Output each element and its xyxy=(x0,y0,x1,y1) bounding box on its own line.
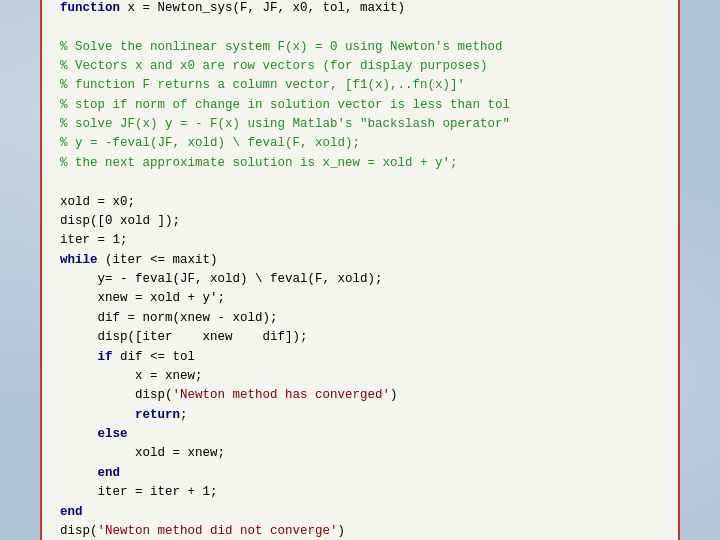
comment-5: % solve JF(x) y = - F(x) using Matlab's … xyxy=(60,117,510,131)
line-xold: xold = x0; xyxy=(60,195,135,209)
line-disp1: disp([0 xold ]); xyxy=(60,214,180,228)
line-iter: iter = 1; xyxy=(60,233,128,247)
comment-7: % the next approximate solution is x_new… xyxy=(60,156,458,170)
line-end-if: end xyxy=(60,466,120,480)
line-end-while: end xyxy=(60,505,83,519)
line-return: return; xyxy=(60,408,188,422)
line-xnew: xnew = xold + y'; xyxy=(60,291,225,305)
code-container: function x = Newton_sys(F, JF, x0, tol, … xyxy=(40,0,680,540)
line-function: function x = Newton_sys(F, JF, x0, tol, … xyxy=(60,1,405,15)
line-if: if dif <= tol xyxy=(60,350,195,364)
comment-3: % function F returns a column vector, [f… xyxy=(60,78,465,92)
line-xold-assign: xold = xnew; xyxy=(60,446,225,460)
line-iter-inc: iter = iter + 1; xyxy=(60,485,218,499)
line-while: while (iter <= maxit) xyxy=(60,253,218,267)
line-disp-converged: disp('Newton method has converged') xyxy=(60,388,398,402)
comment-6: % y = -feval(JF, xold) \ feval(F, xold); xyxy=(60,136,360,150)
line-else: else xyxy=(60,427,128,441)
line-x-assign: x = xnew; xyxy=(60,369,203,383)
line-disp-notconverge: disp('Newton method did not converge') xyxy=(60,524,345,538)
comment-4: % stop if norm of change in solution vec… xyxy=(60,98,510,112)
comment-2: % Vectors x and x0 are row vectors (for … xyxy=(60,59,488,73)
line-disp2: disp([iter xnew dif]); xyxy=(60,330,308,344)
line-dif: dif = norm(xnew - xold); xyxy=(60,311,278,325)
comment-1: % Solve the nonlinear system F(x) = 0 us… xyxy=(60,40,503,54)
line-y: y= - feval(JF, xold) \ feval(F, xold); xyxy=(60,272,383,286)
